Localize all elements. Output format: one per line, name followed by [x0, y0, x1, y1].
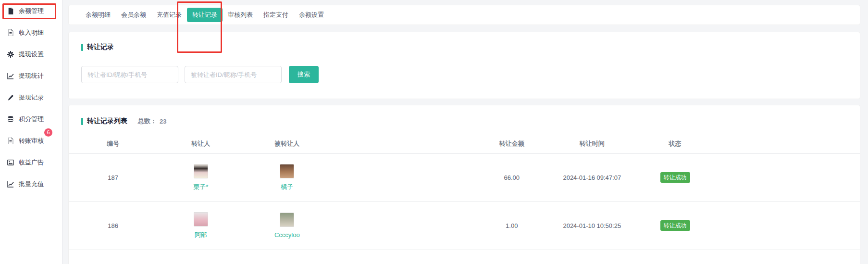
sidebar-item-balance-manage[interactable]: 余额管理	[0, 0, 62, 22]
sidebar-item-label: 收入明细	[19, 28, 44, 37]
sidebar-item-withdraw-settings[interactable]: 提现设置	[0, 43, 62, 65]
table-row: 187 栗子* 橘子 66.00 2024-01-16 09:47:07	[69, 153, 860, 201]
total-value: 23	[160, 118, 166, 125]
sidebar-item-revenue-ads[interactable]: 收益广告	[0, 151, 62, 173]
section-accent-bar	[81, 44, 83, 51]
cell-status: 转让成功	[629, 153, 721, 201]
tab-designated-payment[interactable]: 指定支付	[258, 5, 294, 25]
table-header-row: 编号 转让人 被转让人 转让金额 转让时间 状态	[69, 134, 860, 153]
sidebar-item-label: 提现记录	[19, 93, 44, 102]
section-title-text: 转让记录	[87, 43, 114, 51]
cell-transferee: Ccccyloo	[244, 201, 330, 250]
cell-amount: 66.00	[468, 153, 555, 201]
line-chart-icon	[7, 180, 14, 188]
cell-id: 186	[69, 201, 157, 250]
col-header-id: 编号	[69, 134, 157, 153]
transferee-search-input[interactable]	[185, 66, 282, 83]
col-header-status: 状态	[629, 134, 721, 153]
sidebar-item-label: 余额管理	[19, 7, 44, 15]
coins-icon	[7, 115, 14, 123]
sidebar-item-withdraw-stats[interactable]: 提现统计	[0, 65, 62, 87]
col-header-transferee: 被转让人	[244, 134, 330, 153]
document-icon	[7, 7, 14, 15]
tab-balance-detail[interactable]: 余额明细	[80, 5, 116, 25]
col-header-transferor: 转让人	[157, 134, 244, 153]
sidebar: 余额管理 收入明细 提现设置 提现统计 提现记录 积分管理 转账审核 6 收益广…	[0, 0, 62, 264]
transferor-name-link[interactable]: 栗子*	[193, 183, 208, 191]
status-badge: 转让成功	[660, 172, 690, 183]
search-row: 搜索	[81, 66, 847, 83]
transfer-search-card: 转让记录 搜索	[68, 32, 860, 99]
cell-id: 187	[69, 153, 157, 201]
transferee-name-link[interactable]: 橘子	[281, 183, 293, 191]
sidebar-item-income-detail[interactable]: 收入明细	[0, 22, 62, 43]
balance-tabbar: 余额明细 会员余额 充值记录 转让记录 审核列表 指定支付 余额设置	[68, 5, 860, 25]
sidebar-item-withdraw-records[interactable]: 提现记录	[0, 87, 62, 108]
search-section-title: 转让记录	[81, 43, 847, 51]
transferee-name-link[interactable]: Ccccyloo	[274, 231, 300, 239]
cell-transferor: 栗子*	[157, 153, 244, 201]
sidebar-item-label: 转账审核	[19, 137, 44, 145]
document-icon	[7, 29, 14, 37]
transferee-avatar[interactable]	[280, 213, 294, 227]
col-header-filler	[721, 134, 860, 153]
transferor-avatar[interactable]	[194, 212, 208, 226]
transfer-records-table: 编号 转让人 被转让人 转让金额 转让时间 状态 187 栗子*	[69, 134, 860, 250]
table-title-text: 转让记录列表	[87, 117, 127, 126]
tab-audit-list[interactable]: 审核列表	[223, 5, 258, 25]
sidebar-item-transfer-audit[interactable]: 转账审核 6	[0, 130, 62, 151]
col-header-amount: 转让金额	[468, 134, 555, 153]
document-icon	[7, 137, 14, 145]
gear-icon	[7, 50, 14, 58]
transferor-avatar[interactable]	[194, 164, 208, 178]
status-badge: 转让成功	[660, 220, 690, 231]
transferor-search-input[interactable]	[81, 66, 178, 83]
col-header-time: 转让时间	[555, 134, 629, 153]
sidebar-item-batch-recharge[interactable]: 批量充值	[0, 173, 62, 195]
transfer-records-card: 转让记录列表 总数： 23 编号 转让人 被转让人 转让金额 转让时间 状态	[68, 105, 860, 264]
sidebar-item-label: 提现统计	[19, 72, 44, 80]
audit-count-badge: 6	[44, 128, 52, 137]
tab-transfer-records[interactable]: 转让记录	[187, 8, 223, 22]
image-icon	[7, 159, 14, 166]
cell-time: 2024-01-16 09:47:07	[555, 153, 629, 201]
cell-amount: 1.00	[468, 201, 555, 250]
sidebar-item-label: 积分管理	[19, 115, 44, 124]
pen-icon	[7, 94, 14, 101]
section-accent-bar	[81, 118, 83, 125]
table-row: 186 阿部 Ccccyloo 1.00 2024-01-10 10:50:25	[69, 201, 860, 250]
sidebar-item-points-manage[interactable]: 积分管理	[0, 108, 62, 130]
table-section-title: 转让记录列表 总数： 23	[69, 117, 860, 126]
tab-balance-settings[interactable]: 余额设置	[294, 5, 329, 25]
transferee-avatar[interactable]	[280, 164, 294, 178]
sidebar-item-label: 收益广告	[19, 158, 44, 167]
total-label: 总数：	[138, 117, 157, 126]
tab-recharge-records[interactable]: 充值记录	[151, 5, 187, 25]
sidebar-item-label: 提现设置	[19, 50, 44, 59]
cell-status: 转让成功	[629, 201, 721, 250]
line-chart-icon	[7, 72, 14, 80]
col-header-spacer	[330, 134, 468, 153]
cell-time: 2024-01-10 10:50:25	[555, 201, 629, 250]
cell-transferee: 橘子	[244, 153, 330, 201]
search-button[interactable]: 搜索	[289, 66, 319, 83]
transferor-name-link[interactable]: 阿部	[195, 231, 207, 239]
cell-transferor: 阿部	[157, 201, 244, 250]
tab-member-balance[interactable]: 会员余额	[116, 5, 151, 25]
sidebar-item-label: 批量充值	[19, 180, 44, 189]
